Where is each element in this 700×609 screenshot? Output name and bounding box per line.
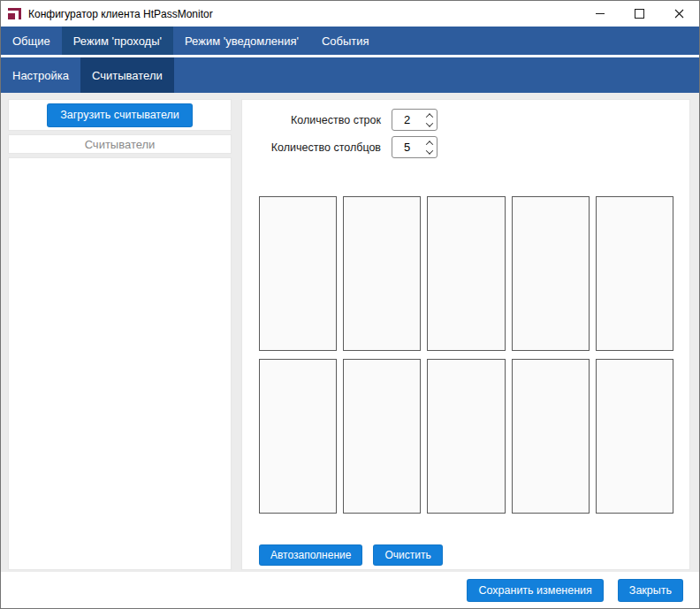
- save-changes-button[interactable]: Сохранить изменения: [467, 579, 603, 602]
- close-window-button[interactable]: Закрыть: [618, 579, 683, 602]
- menu-tab-0[interactable]: Общие: [1, 27, 62, 55]
- reader-slot[interactable]: [259, 196, 337, 351]
- content-area: Загрузить считыватели Считыватели Количе…: [1, 93, 699, 572]
- rows-count-value: 2: [392, 110, 422, 130]
- reader-slot[interactable]: [427, 359, 505, 514]
- rows-count-label: Количество строк: [259, 114, 381, 126]
- columns-count-value: 5: [392, 137, 422, 157]
- columns-setting-row: Количество столбцов 5: [259, 136, 673, 158]
- maximize-button[interactable]: [620, 1, 659, 27]
- clear-button[interactable]: Очистить: [373, 544, 442, 566]
- sub-menu: НастройкаСчитыватели: [1, 57, 699, 93]
- readers-sidebar: Загрузить считыватели Считыватели: [8, 99, 232, 570]
- titlebar: Конфигуратор клиента HtPassMonitor: [1, 1, 699, 27]
- app-logo-icon: [8, 8, 21, 19]
- menu-tab-3[interactable]: События: [310, 27, 381, 55]
- rows-setting-row: Количество строк 2: [259, 109, 673, 131]
- autofill-button[interactable]: Автозаполнение: [259, 544, 362, 566]
- columns-spinner-arrows: [422, 137, 437, 157]
- reader-slot[interactable]: [343, 359, 421, 514]
- app-window: Конфигуратор клиента HtPassMonitor Общие…: [0, 0, 700, 609]
- rows-spinner-arrows: [422, 110, 437, 130]
- readers-list-header: Считыватели: [8, 134, 232, 154]
- reader-slot[interactable]: [343, 196, 421, 351]
- readers-list: [8, 157, 232, 570]
- window-title: Конфигуратор клиента HtPassMonitor: [28, 8, 213, 20]
- minimize-icon: [596, 13, 605, 14]
- reader-slot[interactable]: [259, 359, 337, 514]
- reader-slot[interactable]: [427, 196, 505, 351]
- footer-bar: Сохранить изменения Закрыть: [1, 572, 699, 608]
- columns-count-spinner[interactable]: 5: [392, 136, 438, 158]
- reader-slot[interactable]: [512, 359, 590, 514]
- spinner-down-icon[interactable]: [425, 147, 432, 154]
- main-menu: ОбщиеРежим 'проходы'Режим 'уведомления'С…: [1, 27, 699, 55]
- rows-count-spinner[interactable]: 2: [392, 109, 438, 131]
- close-icon: [674, 9, 684, 19]
- reader-slot[interactable]: [596, 359, 673, 514]
- columns-count-label: Количество столбцов: [259, 141, 381, 154]
- submenu-tab-1[interactable]: Считыватели: [80, 57, 174, 93]
- reader-slots-grid: [259, 196, 673, 514]
- menu-tab-1[interactable]: Режим 'проходы': [62, 27, 173, 55]
- load-readers-section: Загрузить считыватели: [8, 99, 232, 131]
- grid-actions: Автозаполнение Очистить: [259, 544, 673, 566]
- spinner-down-icon[interactable]: [425, 119, 432, 126]
- reader-slot[interactable]: [596, 196, 673, 351]
- load-readers-button[interactable]: Загрузить считыватели: [47, 103, 192, 127]
- grid-config-panel: Количество строк 2 Количество столбцов 5: [241, 99, 690, 570]
- close-button[interactable]: [659, 1, 699, 27]
- menu-tab-2[interactable]: Режим 'уведомления': [173, 27, 310, 55]
- maximize-icon: [635, 9, 644, 19]
- submenu-tab-0[interactable]: Настройка: [1, 57, 80, 93]
- reader-slot[interactable]: [512, 196, 590, 351]
- minimize-button[interactable]: [580, 1, 620, 27]
- window-controls: [580, 1, 699, 27]
